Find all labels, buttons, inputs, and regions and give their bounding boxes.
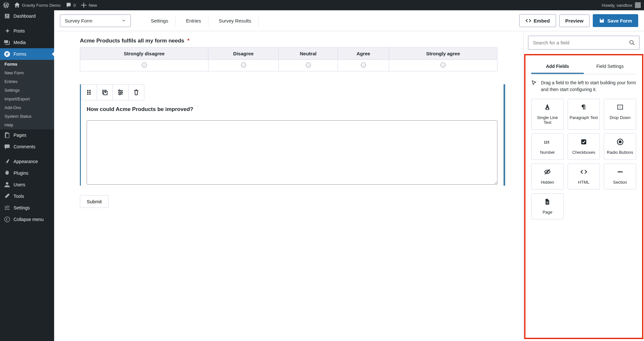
new-label: New: [89, 3, 97, 8]
submenu-entries[interactable]: Entries: [0, 77, 54, 86]
svg-point-8: [87, 94, 88, 95]
sidebar-collapse[interactable]: Collapse menu: [0, 214, 54, 225]
likert-col-1: Strongly disagree: [80, 48, 208, 60]
tab-add-fields[interactable]: Add Fields: [531, 60, 584, 74]
field-html[interactable]: HTML: [568, 163, 600, 189]
checkbox-icon: [580, 138, 587, 145]
field-section[interactable]: Section: [604, 163, 636, 189]
sidebar-item-comments[interactable]: Comments: [0, 141, 54, 152]
right-panel: Add Fields Field Settings Drag a field t…: [523, 31, 644, 341]
sidebar-item-dashboard[interactable]: Dashboard: [0, 10, 54, 22]
media-icon: [4, 39, 10, 46]
forms-icon: [4, 51, 10, 57]
html-icon: [580, 168, 587, 175]
code-icon: [525, 18, 531, 23]
sidebar-item-forms[interactable]: Forms: [0, 48, 54, 60]
embed-button[interactable]: Embed: [519, 14, 556, 27]
field-search-input[interactable]: [528, 36, 639, 50]
delete-button[interactable]: [128, 84, 144, 100]
new-content-link[interactable]: New: [81, 2, 97, 8]
submenu-system-status[interactable]: System Status: [0, 112, 54, 121]
submenu-forms[interactable]: Forms: [0, 60, 54, 69]
plug-icon: [4, 170, 10, 176]
brush-icon: [4, 158, 10, 165]
site-home-link[interactable]: Gravity Forms Demo: [14, 2, 61, 8]
sidebar-item-settings[interactable]: Settings: [0, 202, 54, 214]
tab-field-settings[interactable]: Field Settings: [584, 60, 636, 74]
svg-rect-23: [546, 202, 549, 202]
field-page[interactable]: Page: [531, 193, 564, 219]
toplink-entries[interactable]: Entries: [179, 15, 208, 27]
settings-button[interactable]: [112, 84, 129, 100]
chevron-down-icon: [121, 18, 126, 23]
sidebar-item-media[interactable]: Media: [0, 37, 54, 48]
submenu-addons[interactable]: Add-Ons: [0, 103, 54, 112]
likert-radio-3[interactable]: [306, 62, 311, 68]
dashboard-icon: [4, 13, 10, 19]
hidden-icon: [544, 168, 551, 175]
sidebar-item-pages[interactable]: Pages: [0, 129, 54, 141]
sliders-icon: [117, 89, 124, 96]
form-canvas: Acme Products fulfils all my form needs …: [54, 31, 523, 341]
submit-button[interactable]: Submit: [80, 195, 109, 208]
forms-submenu: Forms New Form Entries Settings Import/E…: [0, 60, 54, 129]
svg-text:123: 123: [544, 141, 549, 144]
selection-bar: [504, 84, 505, 186]
save-form-button[interactable]: Save Form: [593, 14, 638, 27]
preview-button[interactable]: Preview: [559, 14, 590, 27]
sidebar-item-users[interactable]: Users: [0, 179, 54, 190]
question-2-label: How could Acme Products be improved?: [87, 106, 497, 113]
field-toolbar: [81, 84, 497, 100]
field-checkboxes[interactable]: Checkboxes: [568, 134, 600, 160]
form-name: Survey Form: [65, 18, 92, 23]
save-icon: [599, 18, 605, 23]
sidebar-item-plugins[interactable]: Plugins: [0, 167, 54, 179]
likert-col-4: Agree: [338, 48, 389, 60]
likert-col-5: Strongly agree: [389, 48, 497, 60]
submenu-settings[interactable]: Settings: [0, 86, 54, 95]
drag-handle[interactable]: [81, 84, 97, 100]
svg-rect-18: [581, 139, 586, 144]
likert-radio-2[interactable]: [241, 62, 246, 68]
site-title: Gravity Forms Demo: [22, 3, 61, 8]
field-hidden[interactable]: Hidden: [531, 163, 564, 189]
toplink-survey-results[interactable]: Survey Results: [212, 15, 259, 27]
pin-icon: [4, 28, 10, 34]
svg-point-4: [87, 90, 88, 91]
field-radio-buttons[interactable]: Radio Buttons: [604, 134, 636, 160]
radio-icon: [617, 138, 624, 145]
paragraph-textarea[interactable]: [87, 120, 497, 185]
user-menu[interactable]: Howdy, sandbox: [602, 2, 641, 8]
selected-field[interactable]: How could Acme Products be improved?: [80, 84, 497, 186]
collapse-icon: [4, 216, 10, 223]
number-icon: 123: [544, 138, 551, 145]
user-icon: [4, 181, 10, 188]
svg-point-6: [87, 92, 88, 93]
field-number[interactable]: 123Number: [531, 134, 564, 160]
field-paragraph-text[interactable]: Paragraph Text: [568, 99, 600, 130]
comments-link[interactable]: 0: [66, 2, 76, 8]
avatar: [635, 2, 641, 8]
admin-sidebar: Dashboard Posts Media Forms Forms New Fo…: [0, 10, 54, 341]
pages-icon: [4, 132, 10, 138]
svg-point-3: [5, 217, 10, 222]
trash-icon: [133, 89, 140, 96]
form-switcher[interactable]: Survey Form: [60, 14, 131, 27]
duplicate-button[interactable]: [97, 84, 113, 100]
submenu-import-export[interactable]: Import/Export: [0, 95, 54, 103]
svg-rect-22: [618, 171, 622, 172]
likert-radio-4[interactable]: [361, 62, 366, 68]
submenu-help[interactable]: Help: [0, 121, 54, 129]
submenu-new-form[interactable]: New Form: [0, 69, 54, 77]
wp-logo[interactable]: [3, 2, 9, 8]
admin-bar: Gravity Forms Demo 0 New Howdy, sandbox: [0, 0, 644, 10]
page-icon: [544, 198, 551, 205]
likert-radio-1[interactable]: [142, 62, 147, 68]
sidebar-item-appearance[interactable]: Appearance: [0, 156, 54, 167]
field-drop-down[interactable]: Drop Down: [604, 99, 636, 130]
sidebar-item-tools[interactable]: Tools: [0, 190, 54, 202]
likert-radio-5[interactable]: [440, 62, 446, 68]
field-single-line-text[interactable]: Single Line Text: [531, 99, 564, 130]
sidebar-item-posts[interactable]: Posts: [0, 25, 54, 37]
toplink-settings[interactable]: Settings: [144, 15, 176, 27]
